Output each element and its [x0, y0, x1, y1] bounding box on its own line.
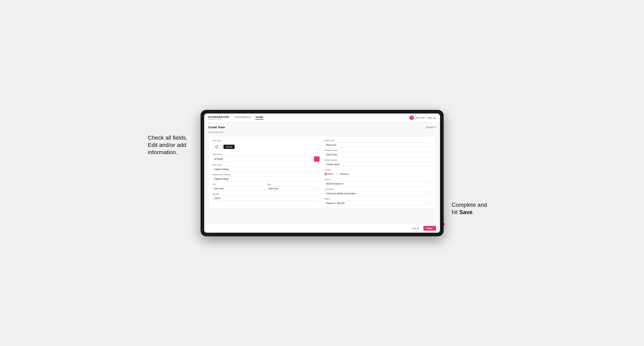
city-group: City: [212, 183, 266, 191]
athletic-director-group: Athletic Director: [324, 159, 432, 167]
display-name-label: Display name (unique): [212, 173, 320, 176]
state-input[interactable]: [267, 186, 320, 191]
region-clear-icon[interactable]: ✕: [426, 202, 427, 204]
region-label: Region: [324, 198, 432, 200]
logo-upload-area: C Upload: [212, 143, 320, 151]
main-content: Create Team Cancel ✕ TEAM DETAILS: [204, 122, 440, 224]
team-name-group: Team name: [212, 164, 320, 172]
form-right: Head Coach Assistant Coach Athletic Dire…: [324, 140, 432, 205]
assistant-coach-group: Assistant Coach: [324, 149, 432, 157]
conference-group: Conference ✕ ⌄: [324, 188, 432, 196]
logo-letter: C: [215, 144, 218, 150]
form-left: Team logo C Upload Team colo: [212, 140, 320, 205]
conference-input[interactable]: [324, 191, 432, 196]
gender-radio-group: Mens Womens: [324, 172, 432, 176]
gender-label: Gender: [324, 169, 432, 171]
team-logo-group: Team logo C Upload: [212, 140, 320, 151]
gender-womens-radio[interactable]: Womens: [336, 173, 349, 175]
sign-out-link[interactable]: Sign out: [428, 117, 436, 119]
division-select-wrapper: ⌄: [324, 181, 432, 186]
nav-right: T Test User | Sign out: [410, 116, 436, 120]
zip-code-group: Zip code: [212, 193, 320, 201]
form-card: Team logo C Upload Team colo: [208, 136, 436, 209]
gender-mens-radio[interactable]: Mens: [324, 173, 334, 175]
mens-radio-dot: [324, 173, 327, 175]
display-name-group: Display name (unique): [212, 173, 320, 181]
region-input[interactable]: [324, 201, 432, 205]
team-name-label: Team name: [212, 164, 320, 166]
state-group: State ✕ ⌄: [267, 183, 320, 191]
cancel-button[interactable]: Cancel: [409, 226, 422, 231]
instruction-right: Complete andhit Save.: [452, 201, 496, 216]
form-grid: Team logo C Upload Team colo: [212, 140, 432, 205]
avatar: T: [410, 116, 414, 120]
tablet-frame: SCOREBOARD Powered by clippd TOURNAMENTS…: [200, 110, 444, 236]
city-input[interactable]: [212, 186, 266, 191]
conference-select-wrapper: ✕ ⌄: [324, 191, 432, 196]
logo-area: SCOREBOARD Powered by clippd: [208, 116, 229, 120]
upload-button[interactable]: Upload: [224, 145, 235, 149]
division-label: Division: [324, 178, 432, 180]
colour-row: [212, 156, 320, 162]
region-group: Region ✕ ⌄: [324, 198, 432, 205]
logo-circle: C: [212, 143, 222, 151]
app-logo-title: SCOREBOARD: [208, 116, 229, 119]
app-logo-sub: Powered by clippd: [208, 119, 229, 120]
assistant-coach-label: Assistant Coach: [324, 149, 432, 151]
city-label: City: [212, 183, 266, 185]
team-logo-label: Team logo: [212, 140, 320, 142]
colour-swatch[interactable]: [314, 156, 320, 162]
nav-tournaments[interactable]: TOURNAMENTS: [234, 116, 251, 120]
gender-group: Gender Mens Womens: [324, 169, 432, 176]
nav-teams[interactable]: TEAMS: [255, 116, 263, 120]
head-coach-input[interactable]: [324, 143, 432, 147]
state-label: State: [267, 183, 320, 185]
athletic-director-label: Athletic Director: [324, 159, 432, 161]
navbar: SCOREBOARD Powered by clippd TOURNAMENTS…: [204, 114, 440, 122]
tablet-screen: SCOREBOARD Powered by clippd TOURNAMENTS…: [204, 114, 440, 233]
section-label: TEAM DETAILS: [208, 131, 436, 133]
user-label: Test User |: [416, 117, 426, 119]
region-select-wrapper: ✕ ⌄: [324, 201, 432, 205]
head-coach-group: Head Coach: [324, 140, 432, 147]
division-input[interactable]: [324, 181, 432, 186]
assistant-coach-input[interactable]: [324, 152, 432, 157]
division-group: Division ⌄: [324, 178, 432, 186]
team-colour-input[interactable]: [212, 157, 314, 162]
conference-label: Conference: [324, 188, 432, 190]
womens-radio-dot: [336, 173, 339, 175]
conference-clear-icon[interactable]: ✕: [426, 192, 427, 194]
zip-input[interactable]: [212, 196, 320, 201]
display-name-input[interactable]: [212, 176, 320, 181]
city-state-row: City State ✕ ⌄: [212, 183, 320, 191]
team-colour-label: Team colour: [212, 153, 320, 155]
zip-label: Zip code: [212, 193, 320, 195]
team-colour-group: Team colour: [212, 153, 320, 162]
page-title: Create Team: [208, 126, 225, 129]
team-name-input[interactable]: [212, 167, 320, 172]
city-state-group: City State ✕ ⌄: [212, 183, 320, 191]
athletic-director-input[interactable]: [324, 162, 432, 167]
page-header: Create Team Cancel ✕: [208, 126, 436, 129]
footer-bar: Cancel Save: [204, 224, 440, 233]
state-clear-icon[interactable]: ✕: [314, 187, 316, 189]
save-button[interactable]: Save: [424, 226, 436, 231]
head-coach-label: Head Coach: [324, 140, 432, 142]
state-select-wrapper: ✕ ⌄: [267, 186, 320, 191]
nav-links: TOURNAMENTS TEAMS: [234, 116, 409, 120]
instruction-left: Check all fields.Edit and/or addinformat…: [148, 134, 196, 156]
cancel-top-button[interactable]: Cancel ✕: [426, 126, 436, 129]
